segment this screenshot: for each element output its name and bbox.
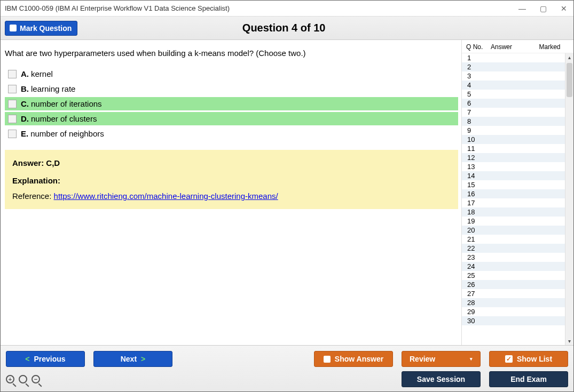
scroll-thumb[interactable]: [567, 63, 572, 97]
show-answer-button[interactable]: Show Answer: [314, 351, 393, 367]
reference-label: Reference:: [12, 191, 51, 201]
previous-button[interactable]: < Previous: [6, 351, 85, 367]
reference-link[interactable]: https://www.ritchieng.com/machine-learni…: [54, 191, 278, 201]
question-list-row[interactable]: 30: [462, 316, 565, 325]
question-list-row[interactable]: 9: [462, 126, 565, 135]
close-icon[interactable]: ✕: [559, 3, 569, 14]
answer-checkbox[interactable]: [8, 70, 17, 78]
answer-row[interactable]: C.number of iterations: [5, 97, 458, 110]
question-list-row[interactable]: 3: [462, 71, 565, 81]
answer-text: number of iterations: [31, 99, 102, 108]
answer-letter: B.: [21, 84, 29, 93]
show-list-label: Show List: [517, 355, 552, 363]
question-list-row[interactable]: 11: [462, 144, 565, 153]
answer-row[interactable]: D.number of clusters: [5, 112, 458, 125]
window-title: IBM C1000-059 (IBM AI Enterprise Workflo…: [5, 4, 230, 12]
question-list-row[interactable]: 6: [462, 99, 565, 108]
end-exam-label: End Exam: [510, 375, 547, 383]
question-text: What are two hyperparameters used when b…: [5, 49, 458, 58]
footer: < Previous Next > Show Answer Review ▾ ✓…: [1, 345, 573, 391]
show-list-button[interactable]: ✓ Show List: [489, 351, 568, 367]
question-list-row[interactable]: 28: [462, 298, 565, 307]
question-list-row[interactable]: 8: [462, 117, 565, 126]
question-list-row[interactable]: 21: [462, 235, 565, 244]
save-session-label: Save Session: [417, 375, 465, 383]
checkmark-icon: ✓: [505, 355, 513, 363]
answer-value: C,D: [46, 158, 60, 167]
end-exam-button[interactable]: End Exam: [489, 371, 568, 387]
next-button[interactable]: Next >: [93, 351, 172, 367]
answer-letter: A.: [21, 69, 29, 78]
question-list-row[interactable]: 4: [462, 81, 565, 90]
review-label: Review: [410, 355, 435, 363]
answer-checkbox[interactable]: [8, 85, 17, 93]
question-list-row[interactable]: 25: [462, 271, 565, 280]
answer-checkbox[interactable]: [8, 115, 17, 123]
question-list-row[interactable]: 16: [462, 189, 565, 198]
answer-letter: C.: [21, 99, 29, 108]
question-list-row[interactable]: 23: [462, 253, 565, 262]
question-list-row[interactable]: 29: [462, 307, 565, 316]
question-list-row[interactable]: 7: [462, 108, 565, 117]
question-list-row[interactable]: 13: [462, 162, 565, 171]
answer-text: number of clusters: [31, 114, 97, 123]
answer-line: Answer: C,D: [12, 158, 451, 167]
minimize-icon[interactable]: —: [516, 3, 528, 14]
zoom-controls: + −: [6, 375, 40, 383]
question-list-row[interactable]: 5: [462, 90, 565, 99]
answer-row[interactable]: A.kernel: [5, 67, 458, 81]
answer-text: kernel: [31, 69, 53, 78]
question-list-row[interactable]: 12: [462, 153, 565, 162]
question-list-row[interactable]: 2: [462, 62, 565, 71]
question-pane: What are two hyperparameters used when b…: [1, 40, 461, 345]
col-qno: Q No.: [466, 43, 491, 51]
zoom-out-icon[interactable]: −: [32, 375, 40, 383]
window-controls: — ▢ ✕: [516, 3, 569, 14]
answers-list: A.kernelB.learning rateC.number of itera…: [5, 67, 458, 140]
question-list-header: Q No. Answer Marked: [462, 40, 573, 53]
question-list-row[interactable]: 24: [462, 262, 565, 271]
answer-text: learning rate: [31, 84, 75, 93]
scroll-down-icon[interactable]: ▾: [565, 337, 573, 345]
answer-row[interactable]: B.learning rate: [5, 82, 458, 95]
question-list: 1234567891011121314151617181920212223242…: [462, 53, 565, 345]
question-list-row[interactable]: 19: [462, 217, 565, 226]
reference-line: Reference: https://www.ritchieng.com/mac…: [12, 191, 451, 201]
checkbox-icon: [324, 356, 331, 363]
question-list-row[interactable]: 15: [462, 180, 565, 189]
answer-row[interactable]: E.number of neighbors: [5, 127, 458, 140]
zoom-reset-icon[interactable]: [19, 375, 27, 383]
question-counter: Question 4 of 10: [77, 22, 490, 34]
maximize-icon[interactable]: ▢: [538, 3, 549, 14]
mark-question-button[interactable]: Mark Question: [5, 21, 77, 36]
footer-row-2: + − Save Session End Exam: [6, 371, 568, 387]
col-marked: Marked: [528, 43, 571, 51]
header-bar: Mark Question Question 4 of 10: [1, 17, 573, 40]
save-session-button[interactable]: Save Session: [402, 371, 481, 387]
answer-letter: E.: [21, 129, 28, 138]
scrollbar[interactable]: ▴ ▾: [565, 53, 573, 345]
body: What are two hyperparameters used when b…: [1, 40, 573, 345]
question-list-row[interactable]: 1: [462, 53, 565, 62]
question-list-panel: Q No. Answer Marked 12345678910111213141…: [461, 40, 573, 345]
answer-label: Answer:: [12, 158, 44, 167]
question-list-row[interactable]: 27: [462, 289, 565, 298]
question-list-row[interactable]: 17: [462, 198, 565, 207]
question-list-row[interactable]: 14: [462, 171, 565, 180]
review-dropdown[interactable]: Review ▾: [402, 351, 481, 367]
next-label: Next: [121, 355, 137, 363]
show-answer-label: Show Answer: [335, 355, 383, 363]
question-list-row[interactable]: 22: [462, 244, 565, 253]
question-list-row[interactable]: 18: [462, 207, 565, 217]
explanation-panel: Answer: C,D Explanation: Reference: http…: [5, 150, 458, 209]
question-list-row[interactable]: 10: [462, 135, 565, 144]
answer-checkbox[interactable]: [8, 100, 17, 108]
zoom-in-icon[interactable]: +: [6, 375, 14, 383]
question-list-row[interactable]: 20: [462, 226, 565, 235]
mark-question-label: Mark Question: [20, 24, 72, 33]
question-list-row[interactable]: 26: [462, 280, 565, 289]
scroll-up-icon[interactable]: ▴: [565, 53, 573, 61]
app-window: IBM C1000-059 (IBM AI Enterprise Workflo…: [0, 0, 574, 392]
answer-checkbox[interactable]: [8, 130, 17, 138]
answer-text: number of neighbors: [30, 129, 104, 138]
